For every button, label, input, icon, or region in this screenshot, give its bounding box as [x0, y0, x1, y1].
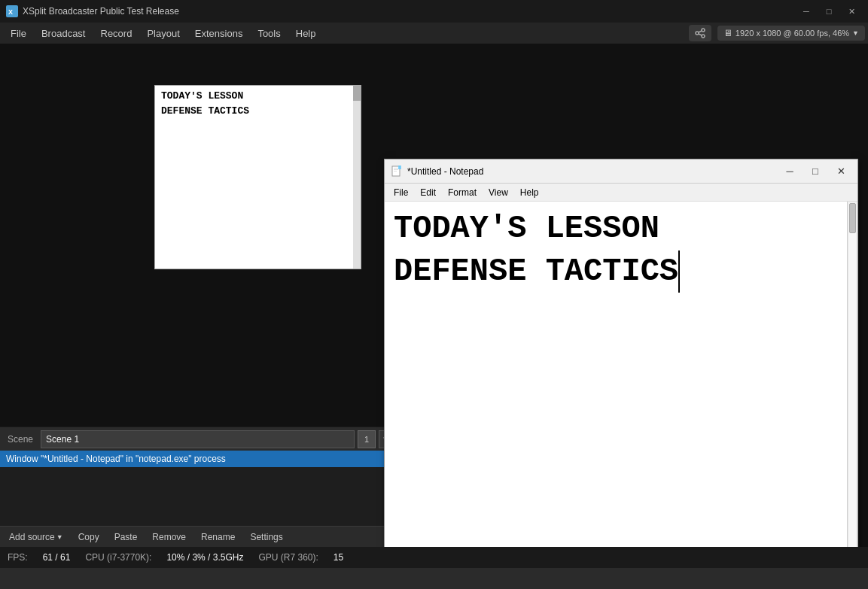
preview-scrollbar-thumb[interactable]	[353, 86, 361, 101]
remove-button[interactable]: Remove	[146, 530, 192, 545]
gpu-value: 15	[333, 552, 343, 563]
scene-label: Scene	[3, 434, 38, 445]
notepad-menu-view[interactable]: View	[483, 186, 514, 199]
menu-record[interactable]: Record	[93, 25, 140, 42]
menu-playout[interactable]: Playout	[139, 25, 187, 42]
menubar-right: 🖥 1920 x 1080 @ 60.00 fps, 46% ▼	[689, 25, 865, 41]
notepad-minimize-button[interactable]: ─	[779, 163, 800, 180]
notepad-scrollbar-track	[849, 203, 856, 547]
add-source-button[interactable]: Add source ▼	[3, 530, 69, 545]
share-button[interactable]	[689, 25, 711, 41]
svg-rect-9	[394, 169, 398, 170]
svg-rect-11	[398, 165, 401, 169]
notepad-line2: DEFENSE TACTICS	[394, 250, 680, 293]
window-controls: ─ □ ✕	[796, 4, 862, 19]
chevron-down-icon: ▼	[852, 29, 859, 37]
close-button[interactable]: ✕	[841, 4, 862, 19]
notepad-scrollbar[interactable]	[847, 202, 857, 547]
titlebar: X XSplit Broadcaster Public Test Release…	[0, 0, 868, 23]
resolution-text: 1920 x 1080 @ 60.00 fps, 46%	[736, 29, 849, 38]
app-icon: X	[6, 5, 18, 17]
gpu-label: GPU (R7 360):	[258, 552, 318, 563]
svg-rect-8	[394, 168, 398, 169]
copy-button[interactable]: Copy	[72, 530, 105, 545]
notepad-icon	[391, 165, 403, 178]
notepad-title-text: *Untitled - Notepad	[407, 166, 775, 177]
menu-extensions[interactable]: Extensions	[187, 25, 251, 42]
settings-button[interactable]: Settings	[244, 530, 288, 545]
statusbar: FPS: 61 / 61 CPU (i7-3770K): 10% / 3% / …	[0, 547, 868, 568]
svg-point-4	[702, 35, 705, 38]
preview-line2: DEFENSE TACTICS	[161, 104, 355, 119]
svg-line-6	[699, 34, 702, 35]
menubar: File Broadcast Record Playout Extensions…	[0, 23, 868, 44]
toolbar: Add source ▼ Copy Paste Remove Rename Se…	[0, 526, 395, 547]
minimize-button[interactable]: ─	[796, 4, 817, 19]
fps-label: FPS:	[8, 552, 28, 563]
source-item-notepad[interactable]: Window "*Untitled - Notepad" in "notepad…	[0, 451, 395, 467]
menu-broadcast[interactable]: Broadcast	[34, 25, 93, 42]
notepad-menu-file[interactable]: File	[388, 186, 414, 199]
scene-number-button[interactable]: 1	[358, 430, 376, 448]
cpu-value: 10% / 3% / 3.5GHz	[166, 552, 243, 563]
scene-selector: Scene 1 ▼	[0, 427, 395, 451]
svg-line-5	[699, 31, 702, 32]
svg-text:X: X	[8, 8, 13, 16]
notepad-menu-edit[interactable]: Edit	[414, 186, 442, 199]
sources-list[interactable]: Window "*Untitled - Notepad" in "notepad…	[0, 451, 395, 526]
preview-text: TODAY'S LESSON DEFENSE TACTICS	[155, 86, 361, 121]
preview-scrollbar[interactable]	[353, 86, 361, 269]
notepad-close-button[interactable]: ✕	[830, 163, 851, 180]
scene-number: 1	[364, 435, 369, 444]
preview-notepad-capture: TODAY'S LESSON DEFENSE TACTICS	[154, 85, 361, 269]
bottom-panel: Scene 1 ▼ Window "*Untitled - Notepad" i…	[0, 427, 395, 547]
scene-name-input[interactable]	[41, 430, 355, 448]
notepad-window: *Untitled - Notepad ─ □ ✕ File Edit Form…	[384, 159, 858, 547]
preview-line1: TODAY'S LESSON	[161, 89, 355, 104]
notepad-titlebar: *Untitled - Notepad ─ □ ✕	[385, 159, 857, 184]
notepad-scrollbar-thumb[interactable]	[849, 203, 856, 233]
svg-point-3	[696, 32, 699, 35]
app-title: XSplit Broadcaster Public Test Release	[23, 6, 791, 17]
menu-help[interactable]: Help	[288, 25, 324, 42]
paste-button[interactable]: Paste	[108, 530, 144, 545]
add-source-arrow-icon: ▼	[56, 533, 63, 541]
maximize-button[interactable]: □	[818, 4, 839, 19]
notepad-content: TODAY'S LESSON DEFENSE TACTICS	[385, 202, 857, 547]
main-area: TODAY'S LESSON DEFENSE TACTICS	[0, 44, 868, 568]
notepad-line1: TODAY'S LESSON	[394, 208, 838, 250]
add-source-label: Add source	[9, 532, 55, 542]
rename-button[interactable]: Rename	[195, 530, 241, 545]
menu-tools[interactable]: Tools	[250, 25, 288, 42]
menu-file[interactable]: File	[3, 25, 34, 42]
notepad-menu-help[interactable]: Help	[514, 186, 545, 199]
svg-point-2	[702, 29, 705, 32]
notepad-maximize-button[interactable]: □	[805, 163, 826, 180]
resolution-display[interactable]: 🖥 1920 x 1080 @ 60.00 fps, 46% ▼	[717, 26, 865, 41]
fps-value: 61 / 61	[43, 552, 71, 563]
notepad-menubar: File Edit Format View Help	[385, 184, 857, 202]
monitor-icon: 🖥	[723, 28, 732, 38]
notepad-menu-format[interactable]: Format	[442, 186, 483, 199]
svg-rect-10	[394, 171, 397, 172]
cpu-label: CPU (i7-3770K):	[85, 552, 151, 563]
